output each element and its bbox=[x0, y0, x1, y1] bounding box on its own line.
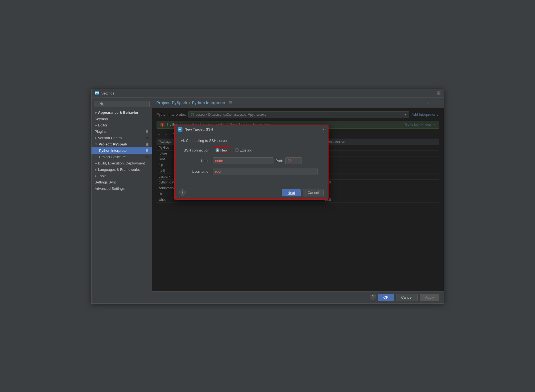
forward-button[interactable]: → bbox=[433, 100, 439, 106]
ok-button[interactable]: OK bbox=[378, 294, 394, 301]
host-input-row: Port: bbox=[213, 157, 302, 164]
cancel-button[interactable]: Cancel bbox=[303, 189, 323, 196]
dialog-footer: ? Next Cancel bbox=[175, 186, 328, 199]
sidebar-item-python-interpreter[interactable]: Python Interpreter ⊞ bbox=[92, 147, 152, 154]
sidebar-item-label: Build, Execution, Deployment bbox=[98, 161, 145, 165]
chevron-right-icon: ▶ bbox=[95, 162, 97, 165]
host-input[interactable] bbox=[213, 157, 273, 164]
new-option-box: New bbox=[213, 147, 230, 153]
username-label: Username: bbox=[179, 169, 209, 174]
settings-window: PC Settings × ⌕ ▶ Appearance & Behavior … bbox=[91, 89, 444, 304]
sidebar-item-project-pyspark[interactable]: ▼ Project: PySpark ⊞ bbox=[92, 141, 152, 147]
sidebar-item-label: Project: PySpark bbox=[98, 142, 127, 146]
dialog-subtitle: 1/4. Connecting to SSH server bbox=[179, 139, 324, 143]
app-icon: PC bbox=[95, 91, 99, 95]
next-button[interactable]: Next bbox=[282, 189, 301, 196]
main-panel: Project: PySpark › Python Interpreter ☰ … bbox=[152, 98, 444, 303]
sidebar: ⌕ ▶ Appearance & Behavior Keymap ▶ Edito… bbox=[92, 98, 152, 303]
apply-button[interactable]: Apply bbox=[420, 294, 439, 301]
sidebar-item-label: Editor bbox=[98, 123, 107, 127]
close-button[interactable]: × bbox=[437, 91, 440, 95]
title-bar-controls: × bbox=[437, 91, 440, 95]
new-radio-button[interactable] bbox=[216, 148, 219, 152]
structure-icon: ⊞ bbox=[146, 155, 149, 159]
title-bar-left: PC Settings bbox=[95, 91, 114, 95]
version-control-icon: ⊞ bbox=[146, 136, 149, 140]
sidebar-item-languages[interactable]: ▶ Languages & Frameworks bbox=[92, 166, 152, 173]
breadcrumb-nav: ← → bbox=[426, 100, 439, 106]
sidebar-item-tools[interactable]: ▶ Tools bbox=[92, 173, 152, 179]
bottom-bar: ? OK Cancel Apply bbox=[152, 291, 444, 303]
new-radio-label: New bbox=[221, 148, 228, 152]
sidebar-item-project-structure[interactable]: Project Structure ⊞ bbox=[92, 154, 152, 160]
port-label: Port: bbox=[276, 159, 283, 163]
existing-radio-label: Existing bbox=[240, 148, 252, 152]
back-button[interactable]: ← bbox=[426, 100, 432, 106]
dialog-help-button[interactable]: ? bbox=[179, 189, 186, 196]
cancel-main-button[interactable]: Cancel bbox=[396, 294, 418, 301]
ssh-connection-row: SSH connection New bbox=[179, 147, 324, 153]
search-icon: ⌕ bbox=[95, 102, 97, 106]
chevron-right-icon: ▶ bbox=[95, 124, 97, 127]
plugins-icon: ⊞ bbox=[146, 129, 149, 134]
sidebar-item-label: Settings Sync bbox=[95, 180, 117, 184]
dialog-title-bar: PC New Target: SSH × bbox=[175, 125, 328, 134]
interpreter-icon: ⊞ bbox=[146, 148, 149, 153]
breadcrumb-menu-icon[interactable]: ☰ bbox=[229, 101, 232, 105]
sidebar-item-plugins[interactable]: Plugins ⊞ bbox=[92, 128, 152, 135]
ssh-connection-label: SSH connection bbox=[179, 148, 209, 152]
sidebar-item-settings-sync[interactable]: Settings Sync bbox=[92, 179, 152, 185]
main-content: ⌕ ▶ Appearance & Behavior Keymap ▶ Edito… bbox=[92, 98, 444, 303]
sidebar-item-label: Tools bbox=[98, 174, 106, 178]
ssh-dialog: PC New Target: SSH × 1/4. Connecting to … bbox=[174, 125, 329, 200]
sidebar-item-keymap[interactable]: Keymap bbox=[92, 116, 152, 122]
breadcrumb-separator: › bbox=[189, 101, 190, 105]
host-label: Host: bbox=[179, 159, 209, 163]
sidebar-item-label: Plugins bbox=[95, 129, 107, 134]
chevron-right-icon: ▶ bbox=[95, 136, 97, 139]
dialog-app-icon: PC bbox=[178, 127, 182, 132]
chevron-right-icon: ▶ bbox=[95, 168, 97, 171]
sidebar-item-label: Keymap bbox=[95, 117, 108, 121]
chevron-right-icon: ▶ bbox=[95, 111, 97, 114]
sidebar-item-appearance[interactable]: ▶ Appearance & Behavior bbox=[92, 109, 152, 116]
host-row: Host: Port: bbox=[179, 157, 324, 164]
chevron-down-icon: ▼ bbox=[95, 143, 98, 146]
sidebar-item-label: Languages & Frameworks bbox=[98, 167, 140, 172]
existing-radio-option[interactable]: Existing bbox=[235, 148, 252, 152]
sidebar-item-label: Project Structure bbox=[99, 155, 126, 159]
project-icon: ⊞ bbox=[146, 142, 149, 146]
radio-group: New Existing bbox=[213, 147, 252, 153]
help-button[interactable]: ? bbox=[370, 294, 376, 300]
search-input[interactable] bbox=[94, 101, 150, 107]
port-input[interactable] bbox=[285, 157, 302, 164]
existing-radio-button[interactable] bbox=[235, 148, 239, 152]
panel-content: Python Interpreter: pyspark D:\anaconda3… bbox=[152, 108, 444, 291]
sidebar-item-label: Version Control bbox=[98, 136, 123, 140]
dialog-overlay: PC New Target: SSH × 1/4. Connecting to … bbox=[152, 108, 444, 291]
title-bar: PC Settings × bbox=[92, 89, 444, 98]
sidebar-item-editor[interactable]: ▶ Editor bbox=[92, 122, 152, 128]
username-input[interactable] bbox=[213, 168, 318, 175]
dialog-footer-buttons: Next Cancel bbox=[282, 189, 323, 196]
dialog-close-button[interactable]: × bbox=[322, 127, 324, 132]
breadcrumb-page: Python Interpreter bbox=[192, 101, 225, 105]
sidebar-item-label: Python Interpreter bbox=[99, 148, 128, 153]
sidebar-item-advanced-settings[interactable]: Advanced Settings bbox=[92, 185, 152, 192]
sidebar-item-build[interactable]: ▶ Build, Execution, Deployment bbox=[92, 160, 152, 166]
sidebar-item-label: Appearance & Behavior bbox=[98, 110, 139, 115]
chevron-right-icon: ▶ bbox=[95, 174, 97, 177]
breadcrumb-project: Project: PySpark bbox=[157, 101, 187, 105]
sidebar-item-label: Advanced Settings bbox=[95, 186, 125, 191]
dialog-body: 1/4. Connecting to SSH server SSH connec… bbox=[175, 134, 328, 183]
username-row: Username: bbox=[179, 168, 324, 175]
window-title: Settings bbox=[101, 91, 114, 95]
new-radio-option[interactable]: New bbox=[216, 148, 228, 152]
breadcrumb: Project: PySpark › Python Interpreter ☰ … bbox=[152, 98, 444, 108]
search-box[interactable]: ⌕ bbox=[94, 101, 150, 107]
dialog-title: New Target: SSH bbox=[185, 127, 320, 131]
sidebar-item-version-control[interactable]: ▶ Version Control ⊞ bbox=[92, 135, 152, 141]
